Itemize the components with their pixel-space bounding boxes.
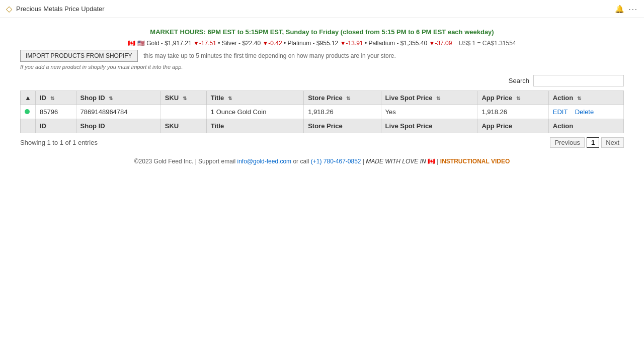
col-id-label: ID bbox=[40, 94, 46, 102]
price-ticker: 🇨🇦 🇺🇸 Gold - $1,917.21 ▼-17.51 • Silver … bbox=[20, 40, 624, 47]
table-row: 85796 7869148964784 1 Ounce Gold Coin 1,… bbox=[21, 105, 624, 119]
col-shopid-label: Shop ID bbox=[80, 94, 105, 102]
footer-col-storeprice: Store Price bbox=[304, 119, 381, 133]
flag-ca: 🇨🇦 bbox=[128, 40, 135, 47]
col-action[interactable]: Action ⇅ bbox=[548, 91, 623, 105]
footer-col-livespotprice: Live Spot Price bbox=[381, 119, 477, 133]
exchange-rate: US$ 1 = CA$1.31554 bbox=[459, 40, 516, 47]
col-appprice[interactable]: App Price ⇅ bbox=[477, 91, 548, 105]
sort-icon-shopid: ⇅ bbox=[109, 96, 113, 101]
row-appprice: 1,918.26 bbox=[477, 105, 548, 119]
row-livespotprice: Yes bbox=[381, 105, 477, 119]
import-note: If you add a new product in shopify you … bbox=[20, 64, 624, 70]
pagination-row: Showing 1 to 1 of 1 entries Previous 1 N… bbox=[20, 137, 624, 148]
col-status[interactable]: ▲ bbox=[21, 91, 36, 105]
gold-change: ▼-17.51 bbox=[193, 40, 216, 47]
footer-storeprice-label: Store Price bbox=[308, 122, 343, 130]
sort-icon-action: ⇅ bbox=[577, 96, 581, 101]
delete-link[interactable]: Delete bbox=[575, 108, 594, 116]
copyright: ©2023 Gold Feed Inc. bbox=[134, 158, 194, 165]
footer-livespotprice-label: Live Spot Price bbox=[385, 122, 433, 130]
footer-col-sku: SKU bbox=[160, 119, 206, 133]
silver-change: ▼-0.42 bbox=[262, 40, 282, 47]
col-storeprice[interactable]: Store Price ⇅ bbox=[304, 91, 381, 105]
instructional-video-link[interactable]: INSTRUCTIONAL VIDEO bbox=[440, 158, 510, 165]
col-appprice-label: App Price bbox=[481, 94, 512, 102]
support-text: Support email bbox=[198, 158, 235, 165]
pagination-controls: Previous 1 Next bbox=[550, 137, 624, 148]
title-bar-right: 🔔 ··· bbox=[615, 5, 638, 14]
previous-button[interactable]: Previous bbox=[550, 137, 585, 148]
row-title: 1 Ounce Gold Coin bbox=[206, 105, 303, 119]
gold-price: $1,917.21 bbox=[165, 40, 191, 47]
platinum-price: $955.12 bbox=[316, 40, 338, 47]
more-icon[interactable]: ··· bbox=[628, 5, 638, 13]
footer-title-label: Title bbox=[211, 122, 224, 130]
platinum-change: ▼-13.91 bbox=[340, 40, 363, 47]
col-storeprice-label: Store Price bbox=[308, 94, 343, 102]
market-hours-text: MARKET HOURS: 6PM EST to 5:15PM EST, Sun… bbox=[20, 28, 624, 36]
title-bar-left: ◇ Precious Metals Price Updater bbox=[6, 4, 105, 14]
footer-id-label: ID bbox=[40, 122, 46, 130]
main-content: MARKET HOURS: 6PM EST to 5:15PM EST, Sun… bbox=[0, 18, 644, 362]
palladium-label: Palladium bbox=[368, 40, 395, 47]
col-livespotprice[interactable]: Live Spot Price ⇅ bbox=[381, 91, 477, 105]
import-area: IMPORT PRODUCTS FROM SHOPIFY this may ta… bbox=[20, 50, 624, 70]
row-id: 85796 bbox=[36, 105, 76, 119]
data-table: ▲ ID ⇅ Shop ID ⇅ SKU ⇅ Title ⇅ bbox=[20, 90, 624, 133]
app-icon: ◇ bbox=[6, 4, 12, 14]
footer: ©2023 Gold Feed Inc. | Support email inf… bbox=[20, 158, 624, 165]
row-status-cell bbox=[21, 105, 36, 119]
sort-icon-status: ▲ bbox=[25, 94, 31, 102]
import-button[interactable]: IMPORT PRODUCTS FROM SHOPIFY bbox=[20, 50, 138, 62]
col-shopid[interactable]: Shop ID ⇅ bbox=[76, 91, 160, 105]
col-sku[interactable]: SKU ⇅ bbox=[160, 91, 206, 105]
next-button[interactable]: Next bbox=[601, 137, 624, 148]
footer-col-status bbox=[21, 119, 36, 133]
footer-col-title: Title bbox=[206, 119, 303, 133]
status-dot bbox=[25, 109, 30, 114]
market-banner: MARKET HOURS: 6PM EST to 5:15PM EST, Sun… bbox=[20, 28, 624, 36]
footer-col-id: ID bbox=[36, 119, 76, 133]
bell-icon[interactable]: 🔔 bbox=[615, 5, 624, 14]
row-sku bbox=[160, 105, 206, 119]
table-header-row: ▲ ID ⇅ Shop ID ⇅ SKU ⇅ Title ⇅ bbox=[21, 91, 624, 105]
app-title: Precious Metals Price Updater bbox=[16, 5, 105, 13]
edit-link[interactable]: EDIT bbox=[553, 108, 568, 116]
footer-col-appprice: App Price bbox=[477, 119, 548, 133]
platinum-label: Platinum bbox=[288, 40, 311, 47]
silver-label: Silver bbox=[222, 40, 237, 47]
phone-link[interactable]: (+1) 780-467-0852 bbox=[311, 158, 361, 165]
col-id[interactable]: ID ⇅ bbox=[36, 91, 76, 105]
table-footer-row: ID Shop ID SKU Title Store Price Live Sp… bbox=[21, 119, 624, 133]
flag-canada: 🇨🇦 bbox=[428, 158, 437, 165]
search-bar: Search bbox=[20, 75, 624, 86]
col-livespotprice-label: Live Spot Price bbox=[385, 94, 433, 102]
gold-label: Gold bbox=[146, 40, 159, 47]
footer-col-shopid: Shop ID bbox=[76, 119, 160, 133]
sort-icon-appprice: ⇅ bbox=[516, 96, 520, 101]
col-title-label: Title bbox=[211, 94, 224, 102]
col-sku-label: SKU bbox=[165, 94, 179, 102]
sort-icon-sku: ⇅ bbox=[183, 96, 187, 101]
col-title[interactable]: Title ⇅ bbox=[206, 91, 303, 105]
footer-appprice-label: App Price bbox=[481, 122, 512, 130]
search-input[interactable] bbox=[533, 75, 624, 86]
palladium-change: ▼-37.09 bbox=[429, 40, 452, 47]
page-1-button[interactable]: 1 bbox=[587, 137, 599, 148]
palladium-price: $1,355.40 bbox=[400, 40, 427, 47]
flag-us: 🇺🇸 bbox=[137, 40, 145, 47]
sort-icon-title: ⇅ bbox=[228, 96, 232, 101]
row-shopid: 7869148964784 bbox=[76, 105, 160, 119]
footer-sku-label: SKU bbox=[165, 122, 179, 130]
footer-action-label: Action bbox=[553, 122, 573, 130]
import-hint: this may take up to 5 minutes the first … bbox=[143, 52, 396, 59]
made-with-love: MADE WITH LOVE IN bbox=[366, 158, 426, 165]
sort-icon-storeprice: ⇅ bbox=[346, 96, 350, 101]
silver-price: $22.40 bbox=[242, 40, 261, 47]
row-action: EDIT Delete bbox=[548, 105, 623, 119]
sort-icon-id: ⇅ bbox=[50, 96, 54, 101]
or-call: or call bbox=[293, 158, 309, 165]
title-bar: ◇ Precious Metals Price Updater 🔔 ··· bbox=[0, 0, 644, 18]
support-email[interactable]: info@gold-feed.com bbox=[237, 158, 292, 165]
